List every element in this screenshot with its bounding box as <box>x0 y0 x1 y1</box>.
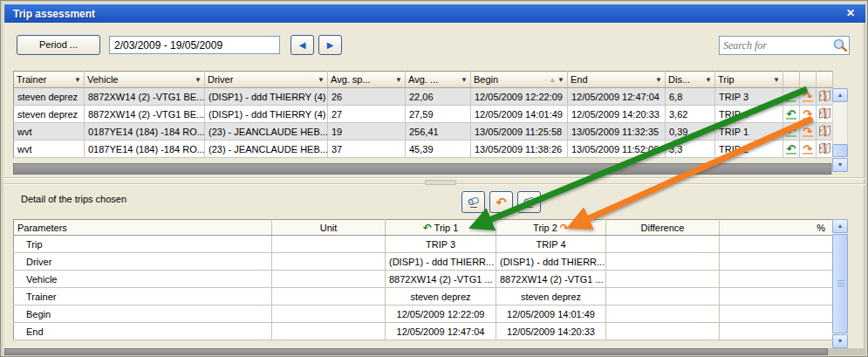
filter-dropdown-icon[interactable]: ▼ <box>195 76 202 84</box>
detail-header-row: Parameters Unit ↶ Trip 1 Trip 2 ↷ Differ… <box>14 220 833 236</box>
detail-cell-trip2: TRIP 4 <box>496 236 606 253</box>
detail-table: Parameters Unit ↶ Trip 1 Trip 2 ↷ Differ… <box>13 219 832 340</box>
restore-selection-button[interactable]: ↶ <box>489 191 513 213</box>
cell-begin: 13/05/2009 11:38:26 <box>471 141 568 158</box>
trip-row[interactable]: wvt0187YE14 (184) -184 RO...(23) - JEANC… <box>14 123 833 141</box>
cell-begin: 12/05/2009 12:22:09 <box>471 88 568 106</box>
column-header-avg_speed[interactable]: Avg. sp...▼ <box>328 72 406 88</box>
column-header-distance[interactable]: Dis...▼ <box>666 72 715 88</box>
detail-vscroll-thumb[interactable] <box>832 234 848 333</box>
close-icon[interactable]: ✕ <box>843 6 858 20</box>
trip-map-icon[interactable] <box>817 123 833 141</box>
trip-map-icon[interactable] <box>817 106 833 123</box>
detail-cell-parameter: Driver <box>14 253 272 271</box>
cell-trainer: wvt <box>14 123 85 141</box>
cell-avg_speed: 26 <box>328 88 406 106</box>
detail-cell-parameter: End <box>14 323 272 340</box>
assign-trip1-icon[interactable]: ↶ <box>783 106 800 123</box>
trip-assessment-window: Trip assessment ✕ Period ... ◀ ▶ Trainer… <box>0 0 868 357</box>
column-header-driver[interactable]: Driver▼ <box>205 72 328 88</box>
cell-distance: 0,39 <box>666 123 715 141</box>
splitter-grip[interactable] <box>425 180 456 185</box>
cell-vehicle: 8872XW14 (2) -VTG1 BE... <box>85 88 205 106</box>
trips-hscroll[interactable] <box>13 163 832 175</box>
trip-row[interactable]: wvt0187YE14 (184) -184 RO...(23) - JEANC… <box>14 141 833 158</box>
next-period-button[interactable]: ▶ <box>318 35 342 55</box>
column-label: Begin <box>474 74 547 85</box>
cell-vehicle: 0187YE14 (184) -184 RO... <box>85 141 205 158</box>
detail-cell-percent <box>720 288 833 306</box>
cell-avg: 27,59 <box>406 106 471 123</box>
column-label: Dis... <box>668 74 703 85</box>
detail-cell-trip1: 8872XW14 (2) -VTG1 ... <box>386 271 496 288</box>
eraser-icon <box>467 196 481 209</box>
cell-begin: 13/05/2009 11:25:58 <box>471 123 568 141</box>
arrow-right-icon: ▶ <box>327 40 334 50</box>
previous-period-button[interactable]: ◀ <box>290 35 314 55</box>
trip-row[interactable]: steven deprez8872XW14 (2) -VTG1 BE...(DI… <box>14 88 833 106</box>
detail-cell-unit <box>272 253 386 271</box>
column-header-trainer[interactable]: Trainer▼ <box>14 72 85 88</box>
detail-row: Begin12/05/2009 12:22:0912/05/2009 14:01… <box>14 306 833 323</box>
filter-dropdown-icon[interactable]: ▼ <box>395 76 402 84</box>
detail-scroll-up-icon[interactable]: ▲ <box>832 219 848 233</box>
assign-trip2-icon[interactable]: ↷ <box>800 106 817 123</box>
window-title: Trip assessment <box>4 8 95 20</box>
filter-dropdown-icon[interactable]: ▼ <box>318 76 325 84</box>
column-header-begin[interactable]: Begin▲▼ <box>471 72 568 88</box>
trip-map-icon[interactable] <box>817 88 833 106</box>
assign-trip1-icon[interactable]: ↶ <box>783 88 800 106</box>
column-header-avg[interactable]: Avg. ...▼ <box>406 72 471 88</box>
cell-driver: (DISP1) - ddd THIERRY (4) <box>205 106 328 123</box>
filter-dropdown-icon[interactable]: ▼ <box>705 76 712 84</box>
detail-column-parameters: Parameters <box>14 220 272 236</box>
filter-dropdown-icon[interactable]: ▼ <box>773 76 780 84</box>
detail-table-body: TripTRIP 3TRIP 4Driver(DISP1) - ddd THIE… <box>14 236 833 340</box>
column-header-vehicle[interactable]: Vehicle▼ <box>85 72 205 88</box>
undo-arrow-icon: ↶ <box>496 198 507 207</box>
trips-table: Trainer▼Vehicle▼Driver▼Avg. sp...▼Avg. .… <box>13 71 832 158</box>
assign-trip2-icon[interactable]: ↷ <box>800 141 817 158</box>
detail-section-label: Detail of the trips chosen <box>21 194 126 204</box>
trips-scroll-up-icon[interactable]: ▲ <box>832 88 848 102</box>
detail-column-percent: % <box>720 220 833 236</box>
search-input[interactable] <box>720 38 831 53</box>
detail-cell-parameter: Trainer <box>14 288 272 306</box>
assign-trip2-icon[interactable]: ↷ <box>800 123 817 141</box>
assign-trip1-icon[interactable]: ↶ <box>783 123 800 141</box>
cell-end: 12/05/2009 12:47:04 <box>568 88 666 106</box>
trips-vscroll-thumb[interactable] <box>832 144 848 157</box>
panel-splitter[interactable] <box>4 177 865 185</box>
detail-column-trip2: Trip 2 ↷ <box>496 220 606 236</box>
trips-hscroll-thumb[interactable] <box>13 163 831 175</box>
detail-cell-unit <box>272 306 386 323</box>
detail-cell-trip1: 12/05/2009 12:47:04 <box>386 323 496 340</box>
column-header-trip[interactable]: Trip▼ <box>715 72 783 88</box>
detail-cell-parameter: Vehicle <box>14 271 272 288</box>
search-icon[interactable] <box>831 38 849 53</box>
detail-cell-trip1: (DISP1) - ddd THIERR... <box>386 253 496 271</box>
window-hscroll-thumb[interactable] <box>4 348 828 355</box>
filter-dropdown-icon[interactable]: ▼ <box>655 76 662 84</box>
detail-scroll-down-icon[interactable]: ▼ <box>832 334 848 348</box>
filter-dropdown-icon[interactable]: ▼ <box>557 76 564 84</box>
column-label: End <box>571 74 653 85</box>
detail-cell-parameter: Begin <box>14 306 272 323</box>
column-header-end[interactable]: End▼ <box>568 72 666 88</box>
assign-trip1-icon[interactable]: ↶ <box>783 141 800 158</box>
trip-map-icon[interactable] <box>817 141 833 158</box>
clear-selection-button[interactable] <box>461 191 485 213</box>
detail-cell-percent <box>720 271 833 288</box>
detail-cell-difference <box>606 323 720 340</box>
period-range-field[interactable] <box>109 36 280 54</box>
window-hscroll[interactable] <box>4 348 865 355</box>
filter-dropdown-icon[interactable]: ▼ <box>74 76 81 84</box>
detail-column-trip1: ↶ Trip 1 <box>386 220 496 236</box>
clear-all-button[interactable] <box>517 191 541 213</box>
period-button[interactable]: Period ... <box>17 35 100 55</box>
column-header-actions <box>800 72 817 88</box>
trips-scroll-down-icon[interactable]: ▼ <box>832 158 848 172</box>
trip-row[interactable]: steven deprez8872XW14 (2) -VTG1 BE...(DI… <box>14 106 833 123</box>
assign-trip2-icon[interactable]: ↷ <box>800 88 817 106</box>
filter-dropdown-icon[interactable]: ▼ <box>461 76 468 84</box>
